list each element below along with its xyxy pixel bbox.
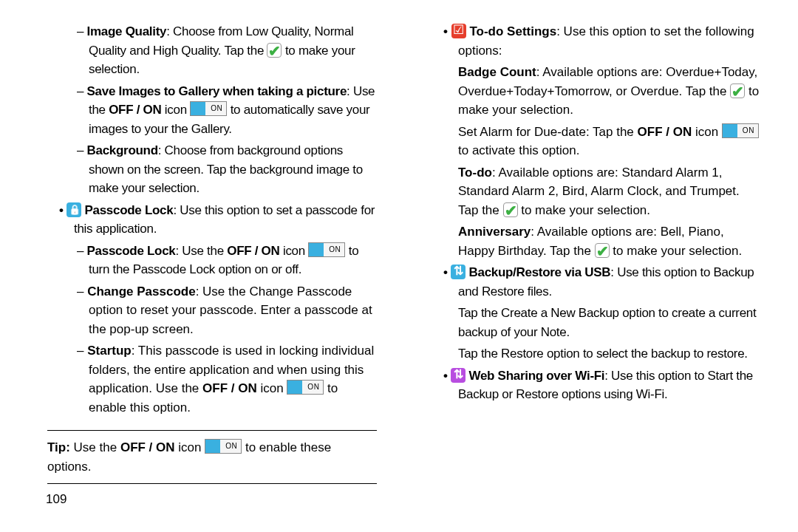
item-background: Background: Choose from background optio… (30, 141, 377, 198)
text-a: Set Alarm for Due-date: Tap the (458, 125, 638, 139)
label: Background (87, 143, 158, 157)
on-switch-icon (205, 439, 242, 454)
label: Change Passcode (87, 284, 195, 299)
left-column: Image Quality: Choose from Low Quality, … (30, 22, 377, 491)
item-badge-count: Badge Count: Available options are: Over… (414, 63, 761, 120)
item-backup-restore-usb: Backup/Restore via USB: Use this option … (414, 263, 761, 301)
on-switch-icon (308, 242, 345, 257)
item-todo-alarm-type: To-do: Available options are: Standard A… (414, 163, 761, 220)
checkmark-icon (730, 83, 745, 98)
item-passcode-lock-heading: Passcode Lock: Use this option to set a … (30, 201, 377, 239)
text-b: icon (175, 440, 205, 454)
label: To-do Settings (469, 24, 556, 38)
todo-icon (451, 24, 466, 38)
text-b: icon (257, 381, 287, 395)
off-on: OFF / ON (202, 381, 257, 395)
item-passcode-lock-toggle: Passcode Lock: Use the OFF / ON icon to … (30, 242, 377, 279)
on-switch-icon (287, 380, 324, 395)
checkmark-icon (595, 243, 610, 258)
checkmark-icon (267, 43, 282, 58)
manual-page: Image Quality: Choose from Low Quality, … (0, 0, 798, 491)
label: Image Quality (87, 24, 167, 38)
right-column: To-do Settings: Use this option to set t… (414, 22, 761, 491)
tip-label: Tip: (47, 440, 70, 454)
label: Backup/Restore via USB (469, 265, 611, 279)
label: Badge Count (458, 65, 536, 79)
text-restore: Tap the Restore option to select the bac… (414, 344, 761, 364)
text-b: icon (280, 244, 309, 258)
item-anniversary: Anniversary: Available options are: Bell… (414, 222, 761, 260)
text-b: icon (161, 103, 190, 117)
off-on: OFF / ON (109, 103, 161, 117)
text-create-backup: Tap the Create a New Backup option to cr… (414, 304, 761, 341)
text-a: Use the (70, 440, 120, 454)
divider (47, 430, 377, 431)
label: Web Sharing over Wi-Fi (469, 369, 605, 383)
lock-icon (66, 202, 81, 217)
item-todo-settings: To-do Settings: Use this option to set t… (414, 22, 761, 60)
label: Passcode Lock (85, 203, 174, 217)
off-on: OFF / ON (638, 125, 692, 139)
on-switch-icon (190, 101, 227, 116)
item-startup: Startup: This passcode is used in lockin… (30, 341, 377, 417)
tip-line: Tip: Use the OFF / ON icon to enable the… (30, 438, 377, 476)
label: To-do (458, 166, 492, 180)
item-web-sharing-wifi: Web Sharing over Wi-Fi: Use this option … (414, 366, 761, 404)
text-a: : Use the (175, 244, 227, 258)
label: Anniversary (458, 225, 531, 239)
text-b: to make your selection. (610, 244, 743, 258)
text-c: to activate this option. (458, 143, 579, 157)
off-on: OFF / ON (120, 440, 175, 454)
checkmark-icon (503, 202, 518, 217)
text-b: to make your selection. (518, 203, 651, 217)
item-save-images: Save Images to Gallery when taking a pic… (30, 82, 377, 139)
label: Passcode Lock (87, 244, 176, 258)
text-b: icon (692, 125, 722, 139)
item-set-alarm: Set Alarm for Due-date: Tap the OFF / ON… (414, 123, 761, 160)
off-on: OFF / ON (227, 244, 279, 258)
wifi-icon (451, 368, 466, 383)
on-switch-icon (722, 123, 759, 138)
usb-icon (451, 265, 466, 279)
item-image-quality: Image Quality: Choose from Low Quality, … (30, 22, 377, 79)
item-change-passcode: Change Passcode: Use the Change Passcode… (30, 282, 377, 339)
label: Save Images to Gallery when taking a pic… (87, 84, 347, 98)
page-number: 109 (46, 490, 66, 509)
divider (47, 483, 377, 484)
label: Startup (87, 344, 132, 358)
